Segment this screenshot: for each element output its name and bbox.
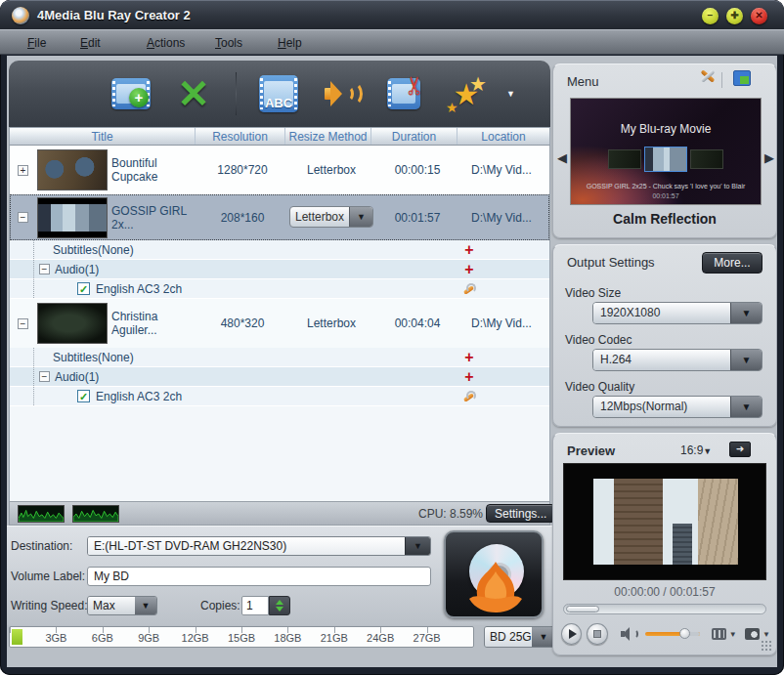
preview-panel: Preview 16:9▼ ➜ 00:00:00 / 00:01:57: [552, 433, 777, 655]
delete-button[interactable]: ✕: [169, 68, 218, 119]
resize-grip[interactable]: [761, 640, 772, 652]
step-down-icon[interactable]: [276, 607, 283, 612]
video-size-label: Video Size: [565, 286, 621, 300]
resize-method-select[interactable]: Letterbox ▼: [289, 206, 373, 228]
collapse-icon[interactable]: −: [18, 212, 28, 223]
subtitle-button[interactable]: ABC: [254, 68, 303, 119]
column-resize-method[interactable]: Resize Method: [285, 128, 371, 145]
volume-thumb[interactable]: [679, 628, 690, 639]
add-audio-icon[interactable]: +: [461, 368, 477, 386]
effects-caret-icon[interactable]: ▼: [506, 89, 515, 99]
expand-icon[interactable]: +: [18, 165, 28, 176]
volume-label-input[interactable]: [87, 567, 431, 586]
video-quality-select[interactable]: 12Mbps(Normal) ▼: [592, 396, 762, 418]
track-checkbox[interactable]: ✓: [77, 390, 90, 402]
play-button[interactable]: [561, 623, 582, 645]
seek-bar[interactable]: [563, 604, 766, 614]
aspect-ratio-select[interactable]: 16:9▼: [680, 443, 712, 457]
maximize-button[interactable]: ✚: [726, 8, 743, 24]
video-size-select[interactable]: 1920X1080 ▼: [592, 302, 762, 324]
seek-thumb[interactable]: [566, 606, 599, 612]
video-codec-select[interactable]: H.264 ▼: [592, 349, 762, 371]
menu-edit[interactable]: Edit: [74, 35, 107, 51]
collapse-icon[interactable]: −: [39, 371, 50, 382]
clip-snapshot-icon[interactable]: [712, 628, 726, 640]
title-bar: 4Media Blu Ray Creator 2 − ✚ ✕: [0, 0, 784, 29]
collapse-icon[interactable]: −: [39, 264, 50, 274]
add-subtitle-icon[interactable]: +: [461, 349, 477, 366]
menu-layout-icon[interactable]: [733, 70, 751, 86]
menu-template-preview[interactable]: My Blu-ray Movie GOSSIP GIRL 2x25 - Chuc…: [570, 98, 762, 205]
disc-type-select[interactable]: BD 25G ▼: [484, 626, 556, 648]
mute-icon[interactable]: [621, 627, 635, 641]
flame-icon: [459, 560, 532, 614]
video-location: D:\My Vid...: [455, 316, 548, 330]
capacity-tick: 27GB: [414, 632, 441, 644]
chevron-down-icon[interactable]: ▼: [730, 350, 762, 370]
chevron-down-icon[interactable]: ▼: [405, 537, 430, 555]
collapse-icon[interactable]: −: [18, 318, 28, 329]
chevron-down-icon[interactable]: ▼: [730, 397, 762, 417]
copies-input[interactable]: [241, 596, 269, 615]
detach-preview-icon[interactable]: ➜: [729, 442, 751, 457]
copies-stepper[interactable]: [269, 596, 290, 615]
menu-thumb: [608, 149, 641, 169]
edit-menu-tools-icon[interactable]: [698, 72, 719, 90]
next-template-arrow[interactable]: ▶: [764, 150, 774, 165]
chevron-down-icon[interactable]: ▼: [730, 303, 762, 323]
add-audio-icon[interactable]: +: [461, 261, 477, 278]
writing-speed-select[interactable]: Max ▼: [87, 596, 157, 615]
video-preview[interactable]: [563, 463, 766, 580]
menu-actions[interactable]: Actions: [141, 35, 191, 51]
close-button[interactable]: ✕: [751, 8, 767, 24]
edit-track-icon[interactable]: [462, 390, 476, 403]
settings-button[interactable]: Settings...: [486, 504, 555, 523]
destination-select[interactable]: E:(HL-DT-ST DVD-RAM GH22NS30) ▼: [87, 536, 431, 556]
chevron-down-icon[interactable]: ▼: [762, 630, 770, 639]
writing-speed-label: Writing Speed:: [11, 599, 88, 612]
video-thumbnail: [37, 303, 108, 344]
audio-track-row[interactable]: ✓ English AC3 2ch: [10, 387, 549, 406]
edit-track-icon[interactable]: [462, 282, 476, 296]
menu-tools[interactable]: Tools: [209, 35, 248, 51]
more-button[interactable]: More...: [702, 252, 762, 274]
capacity-used-fill: [12, 629, 22, 645]
menu-file[interactable]: File: [22, 35, 52, 51]
video-list: + Bountiful Cupcake 1280*720 Letterbox 0…: [9, 146, 550, 501]
column-resolution[interactable]: Resolution: [196, 128, 285, 145]
stop-button[interactable]: [587, 623, 607, 645]
clip-button[interactable]: ✂: [379, 68, 428, 119]
prev-template-arrow[interactable]: ◀: [557, 150, 567, 165]
add-plus-icon: +: [129, 88, 149, 107]
volume-slider[interactable]: [645, 632, 700, 636]
table-row[interactable]: + Bountiful Cupcake 1280*720 Letterbox 0…: [10, 146, 549, 194]
video-duration: 00:04:04: [375, 316, 459, 330]
add-subtitle-icon[interactable]: +: [461, 241, 477, 259]
app-title: 4Media Blu Ray Creator 2: [37, 8, 191, 22]
column-location[interactable]: Location: [457, 128, 549, 145]
add-video-button[interactable]: +: [107, 68, 155, 119]
column-duration[interactable]: Duration: [371, 128, 457, 145]
subtitles-row[interactable]: Subtitles(None) +: [10, 240, 549, 260]
step-up-icon[interactable]: [276, 600, 283, 605]
table-row[interactable]: − Christina Aguiler... 480*320 Letterbox…: [10, 299, 549, 348]
capacity-tick: 18GB: [274, 632, 301, 644]
chevron-down-icon[interactable]: ▼: [135, 597, 156, 614]
audio-label: Audio(1): [55, 370, 99, 384]
chevron-down-icon[interactable]: ▼: [729, 630, 737, 639]
capacity-tick: 12GB: [182, 632, 209, 644]
chevron-down-icon[interactable]: ▼: [349, 207, 372, 227]
burn-button[interactable]: [444, 530, 544, 618]
effects-button[interactable]: ★ ★ ★: [442, 68, 491, 119]
camera-icon[interactable]: [745, 628, 760, 640]
table-row-selected[interactable]: − GOSSIP GIRL 2x... 208*160 Letterbox ▼ …: [10, 194, 549, 240]
column-title[interactable]: Title: [10, 128, 196, 145]
minimize-button[interactable]: −: [702, 8, 719, 24]
audio-row[interactable]: − Audio(1) +: [10, 260, 549, 279]
audio-button[interactable]: [317, 68, 366, 119]
subtitles-row[interactable]: Subtitles(None) +: [10, 348, 549, 367]
audio-row[interactable]: − Audio(1) +: [10, 367, 549, 387]
menu-help[interactable]: Help: [272, 35, 308, 51]
audio-track-row[interactable]: ✓ English AC3 2ch: [10, 279, 549, 299]
track-checkbox[interactable]: ✓: [77, 282, 90, 295]
